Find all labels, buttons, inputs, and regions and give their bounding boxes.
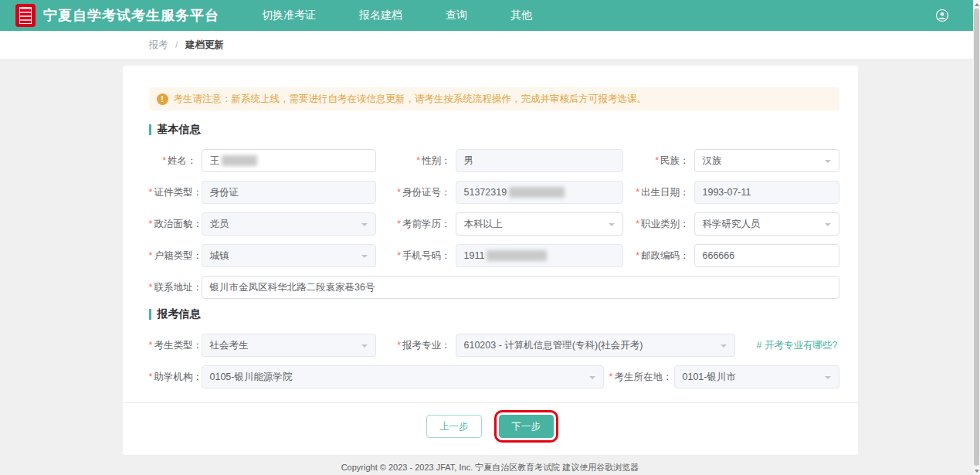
phone-input: 1911: [456, 244, 623, 267]
field-candidate-type: *考生类型： 社会考生: [149, 334, 376, 357]
field-id-number: *身份证号： 51372319: [395, 181, 623, 204]
major-select: 610203 - 计算机信息管理(专科)(社会开考): [456, 334, 735, 357]
warning-icon: !: [157, 93, 168, 105]
form-row: *政治面貌： 党员 *考前学历： 本科以上 *职业类别： 科学研究人员: [149, 212, 839, 236]
form-row: *联系地址： 银川市金凤区科华北路二段袁家巷36号: [149, 276, 839, 299]
id-type-label: *证件类型：: [149, 186, 197, 199]
field-household: *户籍类型： 城镇: [149, 244, 376, 267]
address-label: *联系地址：: [149, 281, 197, 294]
breadcrumb-parent[interactable]: 报考: [149, 39, 168, 50]
chevron-down-icon: [361, 223, 368, 229]
field-political: *政治面貌： 党员: [149, 212, 376, 236]
notice-text: 考生请注意：新系统上线，需要进行自考在读信息更新，请考生按系统流程操作，完成并审…: [174, 93, 647, 106]
copyright-footer: Copyright © 2023 - 2023 JFAT, Inc. 宁夏自治区…: [0, 462, 980, 473]
chevron-down-icon: [825, 376, 831, 382]
ethnicity-label: *民族：: [629, 154, 690, 168]
occupation-label: *职业类别：: [629, 218, 690, 231]
brand-logo-icon: [15, 4, 36, 27]
name-input[interactable]: 王: [202, 149, 376, 172]
form-row: *助学机构： 0105-银川能源学院 *考生所在地： 0101-银川市: [149, 365, 839, 388]
household-select: 城镇: [202, 244, 376, 267]
ethnicity-select[interactable]: 汉族: [694, 149, 839, 172]
app-header: 宁夏自学考试考生服务平台 切换准考证 报名建档 查询 其他: [0, 0, 980, 31]
gender-label: *性别：: [395, 154, 451, 168]
section-bar: [149, 124, 151, 135]
gender-input: 男: [456, 149, 623, 172]
political-select: 党员: [202, 212, 376, 236]
id-number-label: *身份证号：: [395, 186, 451, 199]
field-location: *考生所在地： 0101-银川市: [609, 365, 839, 388]
chevron-down-icon: [825, 160, 831, 166]
field-major: *报考专业： 610203 - 计算机信息管理(专科)(社会开考): [395, 334, 735, 357]
institution-select: 0105-银川能源学院: [202, 365, 604, 388]
candidate-type-label: *考生类型：: [149, 339, 197, 352]
chevron-down-icon: [609, 223, 615, 229]
section-basic-info: 基本信息: [149, 123, 839, 137]
redacted-phone: [487, 250, 547, 261]
field-occupation: *职业类别： 科学研究人员: [629, 212, 839, 236]
location-label: *考生所在地：: [609, 371, 670, 384]
nav-item-query[interactable]: 查询: [446, 8, 467, 22]
open-majors-link[interactable]: # 开考专业有哪些?: [757, 339, 838, 352]
chevron-down-icon: [825, 223, 831, 229]
chevron-down-icon: [589, 376, 595, 382]
field-postal-code: *邮政编码： 666666: [629, 244, 839, 267]
form-row: *考生类型： 社会考生 *报考专业： 610203 - 计算机信息管理(专科)(…: [149, 334, 839, 357]
form-actions: 上一步 下一步: [123, 402, 858, 447]
vertical-scrollbar[interactable]: [973, 0, 980, 475]
education-label: *考前学历：: [395, 218, 451, 231]
form-row: *户籍类型： 城镇 *手机号码： 1911 *邮政编码： 666666: [149, 244, 839, 267]
notice-banner: ! 考生请注意：新系统上线，需要进行自考在读信息更新，请考生按系统流程操作，完成…: [149, 87, 839, 110]
field-id-type: *证件类型： 身份证: [149, 181, 376, 204]
form-card: ! 考生请注意：新系统上线，需要进行自考在读信息更新，请考生按系统流程操作，完成…: [123, 66, 858, 455]
form-row: *姓名： 王 *性别： 男 *民族： 汉族: [149, 149, 839, 172]
institution-label: *助学机构：: [149, 371, 197, 384]
field-address: *联系地址： 银川市金凤区科华北路二段袁家巷36号: [149, 276, 839, 299]
field-education: *考前学历： 本科以上: [395, 212, 623, 236]
nav-item-switch-ticket[interactable]: 切换准考证: [262, 8, 316, 22]
section-bar: [149, 309, 151, 320]
occupation-select[interactable]: 科学研究人员: [694, 212, 839, 236]
major-label: *报考专业：: [395, 339, 451, 352]
postal-code-input[interactable]: 666666: [694, 244, 839, 267]
breadcrumb-bar: 报考 / 建档更新: [0, 31, 980, 59]
household-label: *户籍类型：: [149, 249, 197, 263]
nav-item-other[interactable]: 其他: [510, 8, 532, 22]
postal-code-label: *邮政编码：: [629, 249, 690, 263]
candidate-type-select: 社会考生: [202, 334, 376, 357]
phone-label: *手机号码：: [395, 249, 451, 263]
redacted-id-number: [509, 187, 565, 198]
app-title: 宁夏自学考试考生服务平台: [43, 6, 219, 25]
redacted-name: [222, 155, 257, 166]
breadcrumb-current: 建档更新: [185, 39, 224, 50]
field-name: *姓名： 王: [149, 149, 376, 172]
next-step-button[interactable]: 下一步: [499, 415, 554, 438]
location-select: 0101-银川市: [674, 365, 839, 388]
breadcrumb-separator: /: [175, 39, 178, 50]
breadcrumb: 报考 / 建档更新: [123, 39, 858, 52]
address-input[interactable]: 银川市金凤区科华北路二段袁家巷36号: [202, 276, 839, 299]
chevron-down-icon: [361, 255, 368, 261]
chevron-down-icon: [721, 344, 727, 351]
form-row: *证件类型： 身份证 *身份证号： 51372319 *出生日期： 1993-0…: [149, 181, 839, 204]
nav-item-registration[interactable]: 报名建档: [359, 8, 402, 22]
field-birth-date: *出生日期： 1993-07-11: [629, 181, 839, 204]
id-number-input: 51372319: [456, 181, 623, 204]
field-institution: *助学机构： 0105-银川能源学院: [149, 365, 604, 388]
section-apply-info: 报考信息: [149, 307, 839, 321]
birth-date-input: 1993-07-11: [694, 181, 839, 204]
field-ethnicity: *民族： 汉族: [629, 149, 839, 172]
education-select[interactable]: 本科以上: [456, 212, 623, 236]
birth-date-label: *出生日期：: [629, 186, 690, 199]
previous-step-button[interactable]: 上一步: [426, 415, 482, 438]
chevron-down-icon: [361, 344, 368, 351]
political-label: *政治面貌：: [149, 218, 197, 231]
user-avatar-icon[interactable]: [935, 8, 949, 22]
scroll-up-arrow-icon[interactable]: [973, 0, 980, 8]
main-nav: 切换准考证 报名建档 查询 其他: [262, 8, 532, 22]
name-label: *姓名：: [149, 154, 197, 168]
scroll-down-arrow-icon[interactable]: [973, 467, 980, 475]
scrollbar-thumb[interactable]: [974, 8, 979, 466]
field-phone: *手机号码： 1911: [395, 244, 623, 267]
field-gender: *性别： 男: [395, 149, 623, 172]
